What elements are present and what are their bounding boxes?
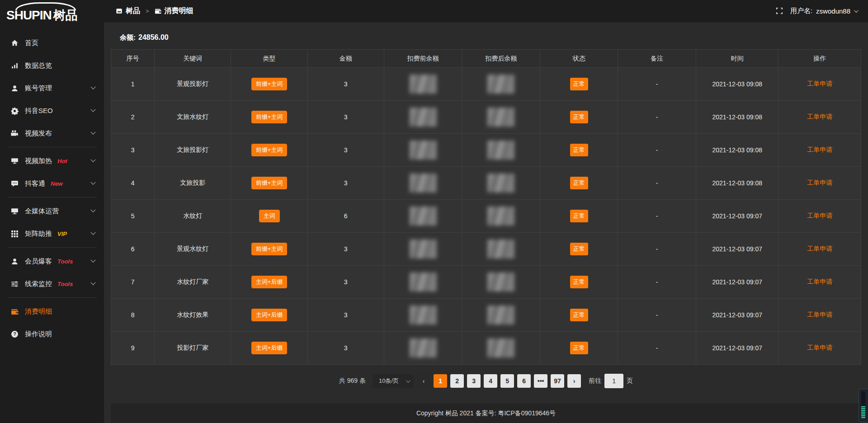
ticket-apply-link[interactable]: 工单申请 — [807, 311, 832, 318]
cell-action: 工单申请 — [778, 101, 861, 134]
ticket-apply-link[interactable]: 工单申请 — [807, 245, 832, 252]
sidebar-item-video-heating[interactable]: 视频加热 Hot — [0, 150, 104, 172]
pager-prev-button[interactable]: ‹ — [417, 374, 430, 388]
cell-amount: 3 — [307, 134, 384, 167]
page-size-select[interactable]: 10条/页 — [373, 374, 414, 388]
sidebar-item-data-overview[interactable]: 数据总览 — [0, 54, 104, 77]
ticket-apply-link[interactable]: 工单申请 — [807, 179, 832, 186]
bar-chart-icon — [11, 62, 19, 70]
video-camera-icon — [11, 130, 19, 137]
cell-keyword: 投影灯厂家 — [155, 332, 231, 365]
sidebar-item-douyin-seo[interactable]: 抖音SEO — [0, 99, 104, 122]
cell-status: 正常 — [540, 332, 618, 365]
cell-index: 6 — [111, 233, 155, 266]
ticket-apply-link[interactable]: 工单申请 — [807, 113, 832, 120]
pager-page-2[interactable]: 2 — [450, 374, 464, 388]
breadcrumb-current[interactable]: 消费明细 — [155, 6, 193, 16]
table-row: 1 景观投影灯 前缀+主词 3 正常 - 2021-12-03 09:08 工单… — [111, 68, 861, 101]
pager-page-3[interactable]: 3 — [467, 374, 481, 388]
cell-remark: - — [618, 200, 696, 233]
chevron-down-icon — [90, 157, 95, 162]
cell-status: 正常 — [540, 299, 618, 332]
pager-page-1[interactable]: 1 — [434, 374, 447, 388]
menu-divider — [7, 197, 97, 197]
sidebar-item-home[interactable]: 首页 — [0, 32, 104, 54]
cell-type: 前缀+主词 — [231, 167, 307, 200]
pager-page-97[interactable]: 97 — [551, 374, 564, 388]
cell-amount: 3 — [307, 68, 384, 101]
table-row: 9 投影灯厂家 主词+后缀 3 正常 - 2021-12-03 09:07 工单… — [111, 332, 861, 365]
blurred-value — [410, 207, 437, 226]
sidebar-item-all-media-operation[interactable]: 全媒体运营 — [0, 200, 104, 222]
footer: Copyright 树品 2021 备案号: 粤ICP备09019646号 — [111, 404, 861, 423]
hot-badge: Hot — [57, 158, 67, 164]
cell-status: 正常 — [540, 167, 618, 200]
cell-type: 主词+后缀 — [231, 332, 307, 365]
app-root: SHUPIN树品 首页 数据总览 账号管理 抖音SEO — [0, 0, 868, 423]
cell-index: 7 — [111, 266, 155, 299]
blurred-value — [487, 174, 514, 193]
sidebar-item-operation-guide[interactable]: ? 操作说明 — [0, 323, 104, 345]
fullscreen-icon[interactable] — [776, 7, 783, 14]
goto-page-input[interactable] — [604, 374, 623, 388]
menu-divider — [7, 147, 97, 147]
sidebar-item-matrix-boost[interactable]: 矩阵助推 VIP — [0, 222, 104, 245]
pager-page-4[interactable]: 4 — [484, 374, 497, 388]
ticket-apply-link[interactable]: 工单申请 — [807, 212, 832, 219]
member-icon — [11, 258, 19, 265]
pager-next-button[interactable]: › — [567, 374, 581, 388]
pagination-total: 共 969 条 — [339, 377, 366, 385]
sidebar-item-lead-monitor[interactable]: 线索监控 Tools — [0, 273, 104, 295]
ticket-apply-link[interactable]: 工单申请 — [807, 344, 832, 351]
pager-ellipsis-button[interactable]: ••• — [534, 374, 547, 388]
cell-balance-after — [462, 233, 540, 266]
col-amount: 金额 — [307, 50, 384, 68]
status-badge: 正常 — [570, 276, 588, 288]
cell-balance-before — [384, 134, 462, 167]
cell-index: 2 — [111, 101, 155, 134]
gear-icon — [11, 107, 19, 115]
sidebar-item-consumption-detail[interactable]: 消费明细 — [0, 300, 104, 323]
type-badge: 前缀+主词 — [251, 144, 288, 156]
sidebar-item-video-publish[interactable]: 视频发布 — [0, 122, 104, 145]
cell-balance-after — [462, 332, 540, 365]
sidebar-item-account-management[interactable]: 账号管理 — [0, 77, 104, 99]
cell-balance-after — [462, 101, 540, 134]
sidebar-item-member-burst[interactable]: 会员爆客 Tools — [0, 250, 104, 273]
blurred-value — [410, 240, 437, 258]
goto-label: 前往 — [589, 377, 601, 385]
copyright-text: Copyright 树品 2021 备案号: 粤ICP备09019646号 — [416, 409, 556, 418]
pager-page-5[interactable]: 5 — [500, 374, 514, 388]
cell-amount: 3 — [307, 299, 384, 332]
scroll-progress-widget[interactable] — [859, 389, 868, 422]
cell-keyword: 景观投影灯 — [155, 68, 231, 101]
monitor-icon — [11, 207, 19, 215]
table-row: 6 景观水纹灯 前缀+主词 3 正常 - 2021-12-03 09:07 工单… — [111, 233, 861, 266]
cell-amount: 6 — [307, 200, 384, 233]
breadcrumb-home[interactable]: 树品 — [116, 6, 140, 16]
blurred-value — [487, 141, 514, 160]
table-row: 4 文旅投影 前缀+主词 3 正常 - 2021-12-03 09:08 工单申… — [111, 167, 861, 200]
ticket-apply-link[interactable]: 工单申请 — [807, 80, 832, 87]
sidebar-item-label: 首页 — [25, 39, 38, 47]
col-status: 状态 — [540, 50, 618, 68]
sidebar-item-label: 矩阵助推 — [25, 230, 52, 238]
type-badge: 主词+后缀 — [251, 309, 288, 321]
ticket-apply-link[interactable]: 工单申请 — [807, 146, 832, 153]
ticket-apply-link[interactable]: 工单申请 — [807, 278, 832, 285]
cell-balance-before — [384, 200, 462, 233]
cell-time: 2021-12-03 09:07 — [696, 200, 778, 233]
cell-remark: - — [618, 101, 696, 134]
main-content: 余额:24856.00 序号 关键词 类型 金额 — [104, 22, 868, 423]
sidebar-item-douketong[interactable]: 抖客通 New — [0, 172, 104, 195]
app-icon — [116, 8, 123, 14]
cell-balance-before — [384, 167, 462, 200]
cell-action: 工单申请 — [778, 200, 861, 233]
cell-balance-after — [462, 167, 540, 200]
user-menu[interactable]: 用户名: zswodun88 — [790, 7, 857, 15]
logo[interactable]: SHUPIN树品 — [0, 0, 104, 26]
cell-keyword: 水纹灯厂家 — [155, 266, 231, 299]
table-row: 5 水纹灯 主词 6 正常 - 2021-12-03 09:07 工单申请 — [111, 200, 861, 233]
pager-page-6[interactable]: 6 — [517, 374, 531, 388]
sidebar-item-label: 操作说明 — [25, 330, 52, 338]
